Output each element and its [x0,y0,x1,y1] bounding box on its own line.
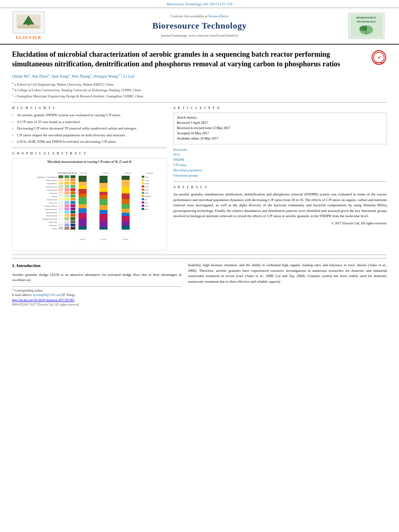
article-history: Article history: Received 5 April 2017 R… [173,113,387,144]
corresponding-author-note: * Corresponding author. [12,288,181,293]
highlight-item-1: An aerobic granule SNDPR system was eval… [12,113,167,118]
footnote-area: * Corresponding author. E-mail address: … [12,286,181,297]
svg-text:Candidatus_Accumulibacter: Candidatus_Accumulibacter [37,176,58,178]
svg-text:Nitrospira: Nitrospira [50,192,57,194]
sciencedirect-link[interactable]: ScienceDirect [208,14,228,18]
svg-rect-45 [70,182,75,185]
svg-rect-100 [78,213,86,219]
elsevier-logo: ELSEVIER [6,11,51,41]
svg-text:TECHNOLOGY: TECHNOLOGY [357,20,376,23]
svg-rect-44 [64,182,69,185]
article-info-section: A R T I C L E I N F O Article history: R… [173,106,387,178]
revised-date: Received in revised form 12 May 2017 [177,126,383,131]
header-center: Contents lists available at ScienceDirec… [51,14,348,38]
svg-text:AOB: AOB [145,186,148,188]
svg-rect-58 [58,198,63,201]
svg-text:C/P=16: C/P=16 [70,172,76,174]
svg-rect-83 [64,224,69,226]
svg-text:Rhodocyclaceae: Rhodocyclaceae [45,208,57,210]
svg-rect-113 [99,227,107,230]
svg-text:Sap.: Sap. [145,199,148,201]
svg-rect-107 [99,195,107,199]
contents-available: Contents lists available at ScienceDirec… [51,14,348,19]
svg-rect-98 [78,204,86,208]
journal-citation-bar: Bioresource Technology 241 (2017) 127–13… [0,0,399,8]
svg-text:GAOs: GAOs [145,179,149,181]
svg-text:Dechloromonas: Dechloromonas [46,179,58,181]
svg-rect-78 [70,217,75,220]
graphical-abstract-image: Microbial characterizations at varying C… [12,158,167,251]
svg-point-9 [360,26,367,31]
author-qun-song: Qun Song [51,74,68,78]
accepted-date: Accepted 16 May 2017 [177,131,383,136]
svg-rect-101 [78,219,86,226]
received-date: Received 5 April 2017 [177,121,383,125]
svg-text:Firm.: Firm. [145,208,148,210]
svg-rect-97 [78,197,86,204]
svg-text:C/P=25: C/P=25 [64,172,70,174]
divider-highlights [12,148,167,148]
svg-rect-43 [58,182,63,185]
email-link[interactable]: hywang96@126.com [33,293,60,297]
svg-rect-104 [99,183,107,188]
issn-line: 0960-8524/© 2017 Elsevier Ltd. All right… [12,302,181,307]
header-left: ELSEVIER [6,11,51,41]
abstract-body: An aerobic granules simultaneous nitrifi… [173,192,387,218]
svg-text:C/P=25: C/P=25 [103,172,109,174]
affiliation-a: a a School of Civil Engineering, Wuhan U… [12,82,387,87]
divider-intro [12,255,387,255]
svg-rect-57 [70,195,75,197]
intro-heading: 1. Introduction [12,263,181,269]
svg-rect-75 [70,214,75,217]
svg-rect-118 [121,199,130,204]
svg-rect-74 [64,214,69,217]
svg-text:DNPAOs: DNPAOs [145,195,151,197]
keyword-2: SNDPR [173,158,387,162]
svg-text:0  25  50: 0 25 50 [80,238,86,240]
svg-rect-4 [18,25,39,29]
svg-rect-68 [64,207,69,210]
svg-rect-94 [78,186,86,189]
svg-rect-65 [64,204,69,207]
svg-text:CrossMark: CrossMark [374,62,384,64]
svg-rect-106 [99,192,107,195]
svg-rect-59 [64,198,69,201]
journal-homepage: journal homepage: www.elsevier.com/locat… [51,33,348,38]
svg-rect-61 [58,201,63,204]
svg-rect-50 [64,188,69,191]
elsevier-brand-text: ELSEVIER [16,35,41,41]
abstract-text: An aerobic granules simultaneous nitrifi… [173,192,387,226]
intro-right-text: tleability, high biomass retention, and … [188,263,387,284]
svg-text:C/P=50: C/P=50 [58,172,64,174]
svg-rect-46 [58,185,63,188]
highlights-list: An aerobic granule SNDPR system was eval… [12,113,167,144]
svg-rect-103 [99,176,107,183]
elsevier-logo-image [12,11,45,33]
svg-rect-47 [64,185,69,188]
svg-rect-115 [121,180,130,187]
svg-rect-127 [142,179,144,181]
available-date: Available online 18 May 2017 [177,136,383,141]
svg-text:0  25  50: 0 25 50 [101,238,107,240]
svg-text:Flavobacterium: Flavobacterium [46,215,58,217]
doi-line: http://dx.doi.org/10.1016/j.biortech.201… [12,298,181,302]
svg-text:Sphingobacteriaceae: Sphingobacteriaceae [42,218,57,220]
svg-text:Competibacter: Competibacter [47,183,58,185]
abstract-copyright: © 2017 Elsevier Ltd. All rights reserved… [173,221,387,226]
divider-abstract [173,181,387,182]
header-section: ELSEVIER Contents lists available at Sci… [0,8,399,45]
svg-text:Legend: Legend [147,172,153,174]
svg-text:Thauera: Thauera [51,195,58,197]
svg-rect-121 [121,213,130,216]
svg-rect-141 [142,201,144,203]
crossmark: ✓ CrossMark [371,49,387,66]
author-qiulai-he: Qiulai He [12,74,29,78]
affiliations: a a School of Civil Engineering, Wuhan U… [12,82,387,99]
author-jun-zhou: Jun Zhou [32,74,47,78]
article-info-label: A R T I C L E I N F O [173,106,387,110]
svg-rect-102 [78,226,86,230]
svg-rect-87 [70,227,75,230]
doi-link[interactable]: http://dx.doi.org/10.1016/j.biortech.201… [12,298,74,302]
author-wei-zhang: Wei Zhang [72,74,90,78]
svg-rect-133 [142,189,144,191]
